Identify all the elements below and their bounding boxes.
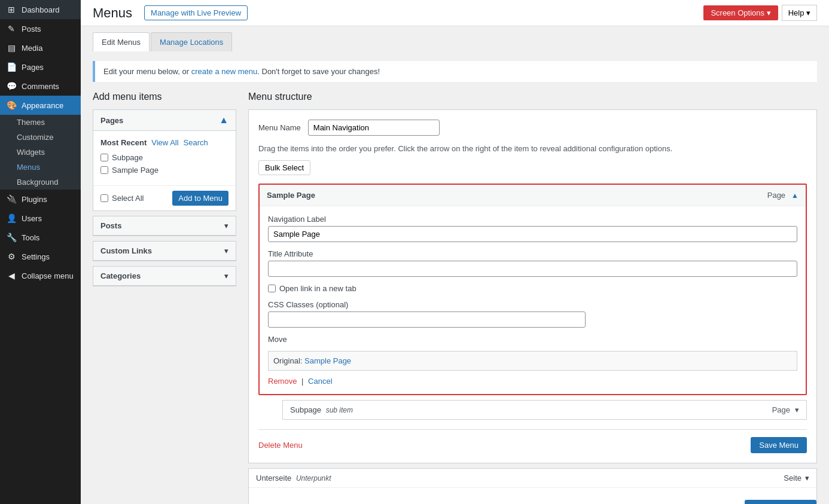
sidebar-item-background[interactable]: Background [0, 175, 81, 190]
footer-actions: Delete Menu Save Menu [258, 429, 807, 453]
add-to-menu-button[interactable]: Add to Menu [172, 191, 228, 206]
page-title: Menus [93, 5, 132, 21]
sidebar-item-customize[interactable]: Customize [0, 130, 81, 145]
select-all-checkbox[interactable] [100, 194, 108, 202]
menu-item-subpage-title-area: Subpage sub item [290, 405, 353, 414]
sidebar-item-settings[interactable]: ⚙ Settings [0, 247, 81, 266]
subpage-expand-icon: ▾ [795, 405, 799, 414]
sidebar-item-plugins[interactable]: 🔌 Plugins [0, 190, 81, 209]
bottom-section: Unterseite Unterpunkt Seite ▾ Menü lösch… [248, 468, 817, 504]
sidebar-item-label: Users [22, 214, 42, 223]
tab-edit-menus[interactable]: Edit Menus [93, 32, 150, 51]
categories-panel-header[interactable]: Categories ▾ [93, 267, 236, 286]
page-item-sample-checkbox[interactable] [100, 166, 108, 174]
bottom-item-unterseite: Unterseite Unterpunkt Seite ▾ [249, 469, 816, 488]
save-menu-button[interactable]: Save Menu [751, 437, 807, 453]
sidebar-item-users[interactable]: 👤 Users [0, 209, 81, 228]
title-attr-input[interactable] [268, 261, 797, 277]
pages-icon: 📄 [6, 62, 17, 72]
pages-panel-title: Pages [100, 116, 123, 125]
filter-search[interactable]: Search [184, 138, 208, 147]
page-item-sample: Sample Page [100, 166, 228, 175]
sidebar-item-dashboard[interactable]: ⊞ Dashboard [0, 0, 81, 19]
custom-links-panel-toggle-icon: ▾ [224, 246, 228, 255]
menu-structure-title: Menu structure [248, 91, 817, 102]
tabs: Edit Menus Manage Locations [93, 32, 817, 51]
live-preview-button[interactable]: Manage with Live Preview [144, 5, 248, 20]
bottom-footer: Menü löschen Menü speichern [249, 495, 816, 504]
sidebar-item-pages[interactable]: 📄 Pages [0, 57, 81, 77]
sidebar-item-widgets[interactable]: Widgets [0, 145, 81, 160]
sidebar-item-collapse[interactable]: ◀ Collapse menu [0, 266, 81, 285]
posts-panel-header[interactable]: Posts ▾ [93, 216, 236, 236]
nav-label-input[interactable] [268, 226, 797, 242]
sidebar-item-menus[interactable]: Menus [0, 160, 81, 175]
menu-item-header-right: Page ▲ [767, 191, 798, 200]
help-button[interactable]: Help ▾ [782, 5, 817, 21]
bottom-item-right: Seite ▾ [784, 474, 809, 482]
sidebar-item-themes[interactable]: Themes [0, 115, 81, 130]
appearance-icon: 🎨 [6, 100, 17, 110]
cancel-link[interactable]: Cancel [308, 377, 332, 386]
sidebar-item-label: Media [22, 44, 42, 53]
save-menu-german-button[interactable]: Menü speichern [745, 500, 817, 504]
menu-structure-panel: Menu Name Drag the items into the order … [248, 109, 817, 463]
help-dropdown-icon: ▾ [806, 8, 810, 17]
tabs-bar: Edit Menus Manage Locations [81, 26, 829, 51]
nav-label-label: Navigation Label [268, 215, 797, 224]
title-attr-label: Title Attribute [268, 249, 797, 258]
main-content: Menus Manage with Live Preview Screen Op… [81, 0, 829, 504]
menu-item-type: Page [767, 191, 785, 200]
sub-item-label: sub item [326, 406, 353, 414]
sidebar-item-label: Collapse menu [22, 271, 74, 280]
sidebar-item-appearance[interactable]: 🎨 Appearance [0, 96, 81, 115]
sidebar-item-media[interactable]: ▤ Media [0, 38, 81, 57]
filter-view-all[interactable]: View All [151, 138, 178, 147]
page-item-subpage-checkbox[interactable] [100, 154, 108, 161]
dashboard-icon: ⊞ [6, 5, 17, 14]
custom-links-panel-title: Custom Links [100, 246, 152, 255]
filter-most-recent[interactable]: Most Recent [100, 138, 147, 147]
collapse-icon: ◀ [6, 271, 17, 280]
sidebar-item-label: Appearance [22, 101, 63, 110]
categories-panel-toggle-icon: ▾ [224, 271, 228, 280]
screen-options-button[interactable]: Screen Options ▾ [703, 5, 778, 20]
sidebar-item-tools[interactable]: 🔧 Tools [0, 228, 81, 247]
css-classes-input[interactable] [268, 311, 586, 328]
action-separator: | [301, 377, 303, 386]
two-col-layout: Add menu items Pages ▲ Most Recent View … [93, 91, 817, 504]
menu-item-sample-page-header[interactable]: Sample Page Page ▲ [260, 185, 806, 206]
pages-panel-header[interactable]: Pages ▲ [93, 110, 236, 131]
notice-bar: Edit your menu below, or create a new me… [93, 61, 817, 82]
pages-panel-toggle-icon: ▲ [219, 115, 228, 126]
content-area: Edit your menu below, or create a new me… [81, 51, 829, 504]
custom-links-panel: Custom Links ▾ [93, 241, 236, 261]
top-bar: Menus Manage with Live Preview Screen Op… [81, 0, 829, 26]
css-classes-row: CSS Classes (optional) [268, 300, 797, 328]
instructions-text: Drag the items into the order you prefer… [258, 144, 807, 153]
sidebar: ⊞ Dashboard ✎ Posts ▤ Media 📄 Pages 💬 Co… [0, 0, 81, 504]
sidebar-item-comments[interactable]: 💬 Comments [0, 77, 81, 96]
users-icon: 👤 [6, 213, 17, 223]
menu-item-subpage-right: Page ▾ [772, 405, 799, 414]
sidebar-item-label: Plugins [22, 195, 47, 204]
create-new-menu-link[interactable]: create a new menu [191, 67, 258, 76]
menu-item-collapse-icon: ▲ [791, 191, 798, 200]
original-link[interactable]: Sample Page [304, 356, 351, 365]
menu-item-subpage: Subpage sub item Page ▾ [282, 400, 807, 420]
open-new-tab-checkbox[interactable] [268, 285, 276, 292]
nav-label-row: Navigation Label [268, 215, 797, 242]
remove-link[interactable]: Remove [268, 377, 297, 386]
top-bar-right: Screen Options ▾ Help ▾ [703, 5, 817, 21]
tab-manage-locations[interactable]: Manage Locations [151, 32, 232, 51]
bottom-item-name: Unterseite [256, 474, 291, 482]
original-label: Original: [273, 356, 302, 365]
custom-links-panel-header[interactable]: Custom Links ▾ [93, 242, 236, 261]
sidebar-item-posts[interactable]: ✎ Posts [0, 19, 81, 38]
delete-menu-button[interactable]: Delete Menu [258, 441, 303, 450]
bulk-select-button[interactable]: Bulk Select [258, 160, 310, 175]
media-icon: ▤ [6, 43, 17, 53]
page-item-subpage: Subpage [100, 153, 228, 162]
menu-item-sample-page: Sample Page Page ▲ Navigation Label [258, 184, 807, 395]
menu-name-input[interactable] [308, 120, 440, 136]
